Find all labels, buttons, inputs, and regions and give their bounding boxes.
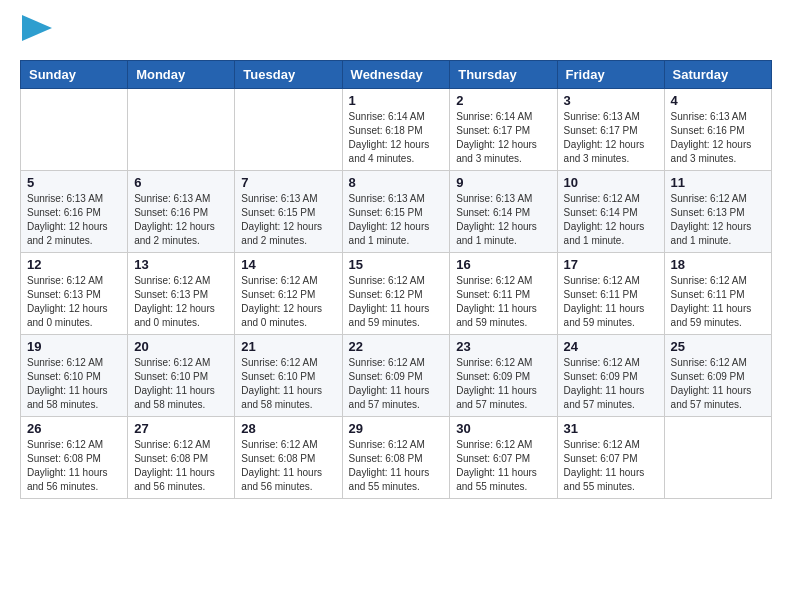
weekday-header: Wednesday	[342, 61, 450, 89]
day-number: 13	[134, 257, 228, 272]
day-info: Sunrise: 6:12 AM Sunset: 6:09 PM Dayligh…	[456, 356, 550, 412]
calendar-cell: 22Sunrise: 6:12 AM Sunset: 6:09 PM Dayli…	[342, 335, 450, 417]
calendar-cell: 19Sunrise: 6:12 AM Sunset: 6:10 PM Dayli…	[21, 335, 128, 417]
calendar-cell: 10Sunrise: 6:12 AM Sunset: 6:14 PM Dayli…	[557, 171, 664, 253]
day-number: 22	[349, 339, 444, 354]
calendar-cell: 7Sunrise: 6:13 AM Sunset: 6:15 PM Daylig…	[235, 171, 342, 253]
weekday-header-row: SundayMondayTuesdayWednesdayThursdayFrid…	[21, 61, 772, 89]
calendar-cell: 3Sunrise: 6:13 AM Sunset: 6:17 PM Daylig…	[557, 89, 664, 171]
calendar-cell: 17Sunrise: 6:12 AM Sunset: 6:11 PM Dayli…	[557, 253, 664, 335]
day-number: 28	[241, 421, 335, 436]
calendar-cell: 13Sunrise: 6:12 AM Sunset: 6:13 PM Dayli…	[128, 253, 235, 335]
day-info: Sunrise: 6:12 AM Sunset: 6:13 PM Dayligh…	[671, 192, 765, 248]
calendar-cell: 11Sunrise: 6:12 AM Sunset: 6:13 PM Dayli…	[664, 171, 771, 253]
calendar-week-row: 19Sunrise: 6:12 AM Sunset: 6:10 PM Dayli…	[21, 335, 772, 417]
day-info: Sunrise: 6:12 AM Sunset: 6:11 PM Dayligh…	[671, 274, 765, 330]
day-number: 30	[456, 421, 550, 436]
calendar-cell: 30Sunrise: 6:12 AM Sunset: 6:07 PM Dayli…	[450, 417, 557, 499]
page-header	[20, 20, 772, 44]
day-number: 3	[564, 93, 658, 108]
day-number: 18	[671, 257, 765, 272]
calendar-cell: 15Sunrise: 6:12 AM Sunset: 6:12 PM Dayli…	[342, 253, 450, 335]
day-number: 16	[456, 257, 550, 272]
calendar-cell: 6Sunrise: 6:13 AM Sunset: 6:16 PM Daylig…	[128, 171, 235, 253]
calendar-cell: 28Sunrise: 6:12 AM Sunset: 6:08 PM Dayli…	[235, 417, 342, 499]
day-info: Sunrise: 6:13 AM Sunset: 6:16 PM Dayligh…	[27, 192, 121, 248]
day-info: Sunrise: 6:13 AM Sunset: 6:16 PM Dayligh…	[134, 192, 228, 248]
calendar-cell: 5Sunrise: 6:13 AM Sunset: 6:16 PM Daylig…	[21, 171, 128, 253]
calendar-cell: 21Sunrise: 6:12 AM Sunset: 6:10 PM Dayli…	[235, 335, 342, 417]
logo	[20, 20, 52, 44]
calendar-cell	[664, 417, 771, 499]
calendar-cell: 29Sunrise: 6:12 AM Sunset: 6:08 PM Dayli…	[342, 417, 450, 499]
weekday-header: Thursday	[450, 61, 557, 89]
day-info: Sunrise: 6:13 AM Sunset: 6:15 PM Dayligh…	[241, 192, 335, 248]
calendar-cell	[235, 89, 342, 171]
day-info: Sunrise: 6:13 AM Sunset: 6:17 PM Dayligh…	[564, 110, 658, 166]
day-number: 23	[456, 339, 550, 354]
day-info: Sunrise: 6:14 AM Sunset: 6:17 PM Dayligh…	[456, 110, 550, 166]
day-number: 6	[134, 175, 228, 190]
day-number: 24	[564, 339, 658, 354]
day-info: Sunrise: 6:12 AM Sunset: 6:08 PM Dayligh…	[27, 438, 121, 494]
day-info: Sunrise: 6:12 AM Sunset: 6:13 PM Dayligh…	[27, 274, 121, 330]
calendar-cell: 4Sunrise: 6:13 AM Sunset: 6:16 PM Daylig…	[664, 89, 771, 171]
day-number: 2	[456, 93, 550, 108]
day-number: 10	[564, 175, 658, 190]
day-number: 25	[671, 339, 765, 354]
day-number: 8	[349, 175, 444, 190]
calendar-cell: 23Sunrise: 6:12 AM Sunset: 6:09 PM Dayli…	[450, 335, 557, 417]
day-number: 9	[456, 175, 550, 190]
day-info: Sunrise: 6:12 AM Sunset: 6:10 PM Dayligh…	[241, 356, 335, 412]
day-number: 29	[349, 421, 444, 436]
calendar-cell: 27Sunrise: 6:12 AM Sunset: 6:08 PM Dayli…	[128, 417, 235, 499]
calendar-cell: 20Sunrise: 6:12 AM Sunset: 6:10 PM Dayli…	[128, 335, 235, 417]
calendar-cell: 18Sunrise: 6:12 AM Sunset: 6:11 PM Dayli…	[664, 253, 771, 335]
calendar-cell: 14Sunrise: 6:12 AM Sunset: 6:12 PM Dayli…	[235, 253, 342, 335]
day-info: Sunrise: 6:13 AM Sunset: 6:14 PM Dayligh…	[456, 192, 550, 248]
day-info: Sunrise: 6:12 AM Sunset: 6:08 PM Dayligh…	[134, 438, 228, 494]
day-number: 31	[564, 421, 658, 436]
day-info: Sunrise: 6:12 AM Sunset: 6:09 PM Dayligh…	[564, 356, 658, 412]
day-info: Sunrise: 6:13 AM Sunset: 6:15 PM Dayligh…	[349, 192, 444, 248]
calendar-cell	[21, 89, 128, 171]
day-number: 5	[27, 175, 121, 190]
day-number: 27	[134, 421, 228, 436]
day-info: Sunrise: 6:12 AM Sunset: 6:12 PM Dayligh…	[349, 274, 444, 330]
day-number: 7	[241, 175, 335, 190]
day-info: Sunrise: 6:12 AM Sunset: 6:07 PM Dayligh…	[456, 438, 550, 494]
day-number: 1	[349, 93, 444, 108]
day-info: Sunrise: 6:12 AM Sunset: 6:07 PM Dayligh…	[564, 438, 658, 494]
day-info: Sunrise: 6:12 AM Sunset: 6:08 PM Dayligh…	[349, 438, 444, 494]
day-info: Sunrise: 6:13 AM Sunset: 6:16 PM Dayligh…	[671, 110, 765, 166]
day-number: 14	[241, 257, 335, 272]
day-number: 26	[27, 421, 121, 436]
calendar-cell: 8Sunrise: 6:13 AM Sunset: 6:15 PM Daylig…	[342, 171, 450, 253]
svg-marker-0	[22, 15, 52, 41]
calendar-cell: 26Sunrise: 6:12 AM Sunset: 6:08 PM Dayli…	[21, 417, 128, 499]
calendar-week-row: 5Sunrise: 6:13 AM Sunset: 6:16 PM Daylig…	[21, 171, 772, 253]
weekday-header: Friday	[557, 61, 664, 89]
day-info: Sunrise: 6:12 AM Sunset: 6:09 PM Dayligh…	[671, 356, 765, 412]
calendar-table: SundayMondayTuesdayWednesdayThursdayFrid…	[20, 60, 772, 499]
day-info: Sunrise: 6:12 AM Sunset: 6:08 PM Dayligh…	[241, 438, 335, 494]
calendar-cell	[128, 89, 235, 171]
calendar-cell: 12Sunrise: 6:12 AM Sunset: 6:13 PM Dayli…	[21, 253, 128, 335]
calendar-cell: 31Sunrise: 6:12 AM Sunset: 6:07 PM Dayli…	[557, 417, 664, 499]
day-info: Sunrise: 6:12 AM Sunset: 6:14 PM Dayligh…	[564, 192, 658, 248]
day-info: Sunrise: 6:12 AM Sunset: 6:09 PM Dayligh…	[349, 356, 444, 412]
calendar-week-row: 1Sunrise: 6:14 AM Sunset: 6:18 PM Daylig…	[21, 89, 772, 171]
day-number: 20	[134, 339, 228, 354]
day-info: Sunrise: 6:12 AM Sunset: 6:10 PM Dayligh…	[134, 356, 228, 412]
calendar-cell: 1Sunrise: 6:14 AM Sunset: 6:18 PM Daylig…	[342, 89, 450, 171]
day-info: Sunrise: 6:12 AM Sunset: 6:10 PM Dayligh…	[27, 356, 121, 412]
calendar-cell: 24Sunrise: 6:12 AM Sunset: 6:09 PM Dayli…	[557, 335, 664, 417]
day-info: Sunrise: 6:14 AM Sunset: 6:18 PM Dayligh…	[349, 110, 444, 166]
weekday-header: Sunday	[21, 61, 128, 89]
calendar-week-row: 12Sunrise: 6:12 AM Sunset: 6:13 PM Dayli…	[21, 253, 772, 335]
calendar-cell: 16Sunrise: 6:12 AM Sunset: 6:11 PM Dayli…	[450, 253, 557, 335]
weekday-header: Monday	[128, 61, 235, 89]
day-number: 11	[671, 175, 765, 190]
day-number: 19	[27, 339, 121, 354]
weekday-header: Saturday	[664, 61, 771, 89]
